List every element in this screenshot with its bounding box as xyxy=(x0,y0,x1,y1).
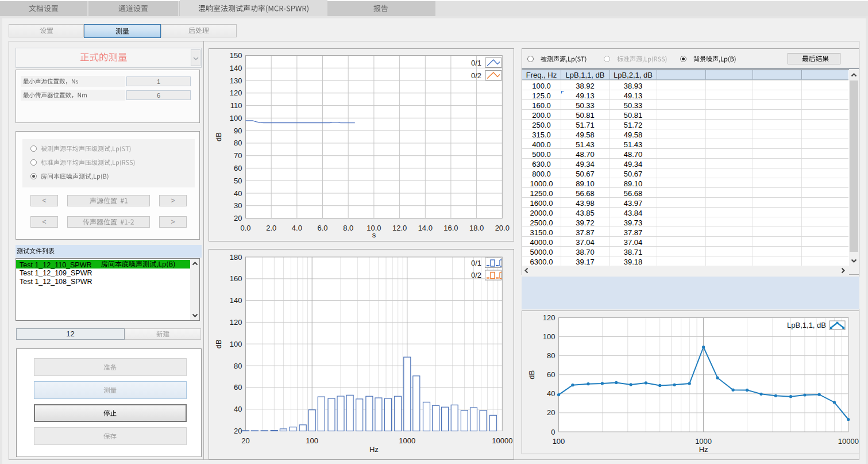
svg-text:40: 40 xyxy=(547,389,555,398)
svg-text:10000: 10000 xyxy=(492,436,512,445)
svg-text:dB: dB xyxy=(214,339,223,348)
svg-text:60: 60 xyxy=(234,383,242,392)
svg-text:60: 60 xyxy=(234,164,242,172)
svg-text:20.0: 20.0 xyxy=(495,224,510,232)
svg-text:140: 140 xyxy=(230,64,242,72)
svg-text:LpB,1,1, dB: LpB,1,1, dB xyxy=(787,321,826,329)
svg-text:Hz: Hz xyxy=(369,445,379,454)
svg-text:0: 0 xyxy=(551,428,555,436)
svg-text:100: 100 xyxy=(230,114,242,122)
svg-text:140: 140 xyxy=(230,296,242,305)
svg-text:0/1: 0/1 xyxy=(471,259,481,267)
svg-text:60: 60 xyxy=(547,370,555,379)
svg-text:160: 160 xyxy=(230,274,242,283)
svg-text:20: 20 xyxy=(547,408,555,417)
svg-text:8.0: 8.0 xyxy=(343,224,353,232)
svg-text:80: 80 xyxy=(234,139,242,147)
svg-text:Hz: Hz xyxy=(699,445,708,454)
svg-text:10000: 10000 xyxy=(838,437,859,446)
svg-text:120: 120 xyxy=(543,313,555,322)
svg-text:110: 110 xyxy=(230,101,242,110)
svg-text:6.0: 6.0 xyxy=(317,224,327,232)
svg-text:dB: dB xyxy=(527,370,536,379)
svg-text:20: 20 xyxy=(234,427,242,435)
svg-text:s: s xyxy=(372,231,376,239)
svg-text:40: 40 xyxy=(234,405,242,413)
svg-text:0/1: 0/1 xyxy=(471,59,481,67)
svg-text:20: 20 xyxy=(241,436,249,445)
svg-text:1000: 1000 xyxy=(695,437,712,446)
svg-text:2.0: 2.0 xyxy=(266,224,276,232)
svg-text:12.0: 12.0 xyxy=(392,224,407,232)
svg-text:4.0: 4.0 xyxy=(292,224,302,232)
svg-text:30: 30 xyxy=(234,201,242,210)
svg-text:dB: dB xyxy=(214,132,223,141)
svg-text:120: 120 xyxy=(230,318,242,327)
svg-text:18.0: 18.0 xyxy=(469,224,484,232)
svg-text:40: 40 xyxy=(234,189,242,198)
svg-text:150: 150 xyxy=(230,51,242,60)
svg-text:14.0: 14.0 xyxy=(418,224,433,232)
svg-text:120: 120 xyxy=(230,89,242,97)
svg-text:70: 70 xyxy=(234,151,242,160)
svg-text:16.0: 16.0 xyxy=(443,224,458,232)
svg-text:100: 100 xyxy=(230,340,242,348)
svg-text:0/2: 0/2 xyxy=(471,71,481,80)
svg-text:80: 80 xyxy=(547,351,555,360)
svg-text:100: 100 xyxy=(553,437,565,446)
svg-text:100: 100 xyxy=(306,436,318,445)
svg-text:130: 130 xyxy=(230,76,242,85)
svg-text:1000: 1000 xyxy=(399,436,415,445)
svg-text:80: 80 xyxy=(234,362,242,370)
svg-text:180: 180 xyxy=(230,253,242,262)
svg-text:100: 100 xyxy=(543,332,555,341)
svg-text:20: 20 xyxy=(234,214,242,223)
svg-text:0.0: 0.0 xyxy=(240,224,250,232)
svg-text:0/2: 0/2 xyxy=(471,271,481,279)
svg-text:90: 90 xyxy=(234,126,242,135)
svg-text:50: 50 xyxy=(234,177,242,185)
